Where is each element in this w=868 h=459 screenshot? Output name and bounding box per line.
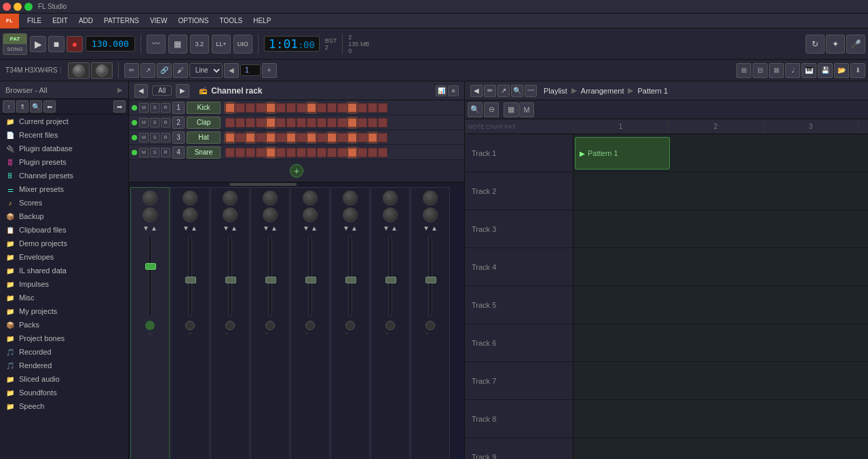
- ch-pad[interactable]: [378, 148, 388, 157]
- pl-zoom-btn[interactable]: 🔍: [511, 85, 523, 97]
- sidebar-up-btn[interactable]: ↑: [3, 100, 15, 113]
- sidebar-item-impulses[interactable]: 📁 Impulses: [0, 277, 128, 291]
- strip-knob-pan[interactable]: [143, 191, 157, 205]
- strip-down-btn[interactable]: ▼: [263, 224, 269, 232]
- ch-pad[interactable]: [327, 133, 337, 142]
- ch-pad[interactable]: [286, 103, 296, 113]
- strip-circle-btn[interactable]: [426, 321, 435, 330]
- ch-pad[interactable]: [317, 148, 326, 157]
- sidebar-item-clipboard[interactable]: 📋 Clipboard files: [0, 223, 128, 237]
- import-btn[interactable]: ⬇: [850, 63, 865, 78]
- cr-nav-next[interactable]: ▶: [176, 84, 189, 98]
- pl-track-content-1[interactable]: ▶ Pattern 1: [573, 134, 868, 172]
- pl-pencil-btn[interactable]: ✏: [484, 85, 496, 97]
- ch-pad[interactable]: [337, 148, 347, 157]
- pl-track-name-3[interactable]: Track 3: [465, 210, 573, 247]
- pl-zoom-in-btn[interactable]: 🔍: [468, 102, 483, 117]
- strip-knob-vol[interactable]: [303, 207, 318, 222]
- strip-knob-vol[interactable]: [423, 207, 438, 222]
- sidebar-item-my-projects[interactable]: 📁 My projects: [0, 304, 128, 318]
- menu-add[interactable]: ADD: [73, 16, 98, 26]
- cr-all-btn[interactable]: All: [152, 85, 172, 96]
- strip-up-btn[interactable]: ▲: [271, 224, 278, 232]
- line-select[interactable]: Line: [189, 63, 223, 78]
- strip-circle-btn[interactable]: [265, 321, 275, 330]
- strip-up-btn[interactable]: ▲: [191, 224, 197, 232]
- strip-up-btn[interactable]: ▲: [311, 224, 318, 232]
- ch-pad[interactable]: [317, 133, 326, 142]
- pat-song-toggle[interactable]: PAT SONG: [3, 33, 27, 55]
- ch-pad[interactable]: [266, 103, 276, 113]
- sidebar-home-btn[interactable]: ⇑: [16, 100, 29, 113]
- ch-pad[interactable]: [256, 103, 265, 113]
- menu-file[interactable]: FILE: [22, 16, 47, 26]
- ch-name-clap[interactable]: Clap: [187, 117, 221, 129]
- bpm-display[interactable]: 130.000: [86, 36, 135, 52]
- folder-btn[interactable]: 📂: [834, 63, 849, 78]
- cr-add-channel-btn[interactable]: +: [290, 164, 303, 178]
- ch-pad[interactable]: [347, 148, 357, 157]
- ch-mute[interactable]: M: [139, 103, 149, 113]
- pl-track-name-2[interactable]: Track 2: [465, 172, 573, 209]
- ch-pad[interactable]: [225, 103, 235, 113]
- refresh-btn[interactable]: ↻: [806, 35, 825, 54]
- pl-tracks-scroll[interactable]: Track 1 ▶ Pattern 1 Track 2: [465, 134, 868, 459]
- pl-track-content-9[interactable]: [573, 438, 868, 459]
- tool-pencil[interactable]: ✏: [124, 63, 139, 78]
- strip-circle-btn[interactable]: [305, 321, 315, 330]
- ch-pad[interactable]: [286, 148, 296, 157]
- ch-rec[interactable]: R: [161, 103, 170, 113]
- strip-knob-vol[interactable]: [263, 207, 278, 222]
- cr-nav-prev[interactable]: ◀: [134, 84, 148, 98]
- tool-brush[interactable]: 🖌: [173, 63, 188, 78]
- ch-rec[interactable]: R: [161, 133, 170, 142]
- strip-up-btn[interactable]: ▲: [231, 224, 238, 232]
- ch-pad[interactable]: [225, 118, 235, 127]
- ch-name-snare[interactable]: Snare: [187, 146, 221, 159]
- ch-pad[interactable]: [246, 148, 255, 157]
- pl-track-name-5[interactable]: Track 5: [465, 286, 573, 323]
- menu-tools[interactable]: TOOLS: [214, 16, 248, 26]
- strip-fader-handle[interactable]: [385, 277, 396, 283]
- ch-pad[interactable]: [297, 133, 306, 142]
- close-button[interactable]: [3, 3, 11, 11]
- ch-pad[interactable]: [266, 148, 276, 157]
- tool-paint[interactable]: 🔗: [157, 63, 172, 78]
- sidebar-item-il-shared[interactable]: 📁 IL shared data: [0, 264, 128, 277]
- strip-circle-btn[interactable]: [185, 321, 195, 330]
- sidebar-item-speech[interactable]: 📁 Speech: [0, 399, 128, 413]
- record-button[interactable]: ●: [67, 36, 83, 52]
- cr-graph-btn[interactable]: 📊: [436, 85, 447, 96]
- ch-pad[interactable]: [358, 103, 367, 113]
- menu-options[interactable]: OPTIONS: [172, 16, 214, 26]
- ch-pad[interactable]: [307, 133, 316, 142]
- ch-pad[interactable]: [235, 103, 245, 113]
- pl-track-content-4[interactable]: [573, 248, 868, 285]
- pl-track-name-4[interactable]: Track 4: [465, 248, 573, 285]
- pl-zoom-out-btn[interactable]: ⊖: [484, 102, 499, 117]
- ch-pad[interactable]: [358, 118, 367, 127]
- ch-pad[interactable]: [327, 148, 337, 157]
- strip-knob-pan[interactable]: [343, 191, 358, 205]
- strip-circle-btn[interactable]: [145, 321, 155, 330]
- pl-track-name-1[interactable]: Track 1: [465, 134, 573, 172]
- mic-btn[interactable]: 🎤: [846, 35, 865, 54]
- strip-down-btn[interactable]: ▼: [423, 224, 430, 232]
- sidebar-pin-left-btn[interactable]: ⬅: [43, 100, 56, 113]
- ch-pad[interactable]: [347, 118, 357, 127]
- strip-circle-btn[interactable]: [225, 321, 235, 330]
- pl-track-content-6[interactable]: [573, 324, 868, 361]
- save-btn[interactable]: 💾: [818, 63, 833, 78]
- ch-pad[interactable]: [368, 118, 377, 127]
- ch-solo[interactable]: S: [150, 118, 159, 127]
- ch-pad[interactable]: [378, 118, 388, 127]
- ch-pad[interactable]: [276, 103, 286, 113]
- ch-pad[interactable]: [337, 103, 347, 113]
- piano-btn[interactable]: 🎹: [801, 63, 816, 78]
- menu-view[interactable]: VIEW: [145, 16, 173, 26]
- ch-pad[interactable]: [225, 133, 235, 142]
- ch-pad[interactable]: [307, 103, 316, 113]
- pl-wave-btn[interactable]: 〰: [525, 85, 537, 97]
- wave-btn-2[interactable]: ▦: [168, 35, 187, 54]
- ch-pad[interactable]: [225, 148, 235, 157]
